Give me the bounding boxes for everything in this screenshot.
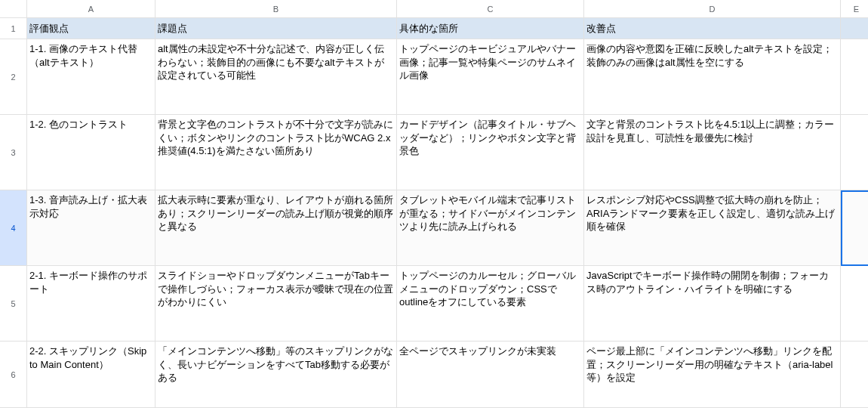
cell-text: タブレットやモバイル端末で記事リストが重なる；サイドバーがメインコンテンツより先… <box>399 193 580 233</box>
cell-text: トップページのカルーセル；グローバルメニューのドロップダウン；CSSでoutli… <box>399 269 580 309</box>
row-header-4[interactable]: 4 <box>0 190 27 266</box>
cell-text: 画像の内容や意図を正確に反映したaltテキストを設定；装飾のみの画像はalt属性… <box>586 42 837 69</box>
cell-text: 「メインコンテンツへ移動」等のスキップリンクがなく、長いナビゲーションをすべてT… <box>158 345 393 385</box>
cell-D5[interactable]: JavaScriptでキーボード操作時の開閉を制御；フォーカス時のアウトライン・… <box>584 266 841 342</box>
cell-D3[interactable]: 文字と背景のコントラスト比を4.5:1以上に調整；カラー設計を見直し、可読性を最… <box>584 115 841 190</box>
cell-D4[interactable]: レスポンシブ対応やCSS調整で拡大時の崩れを防止；ARIAランドマーク要素を正し… <box>584 190 841 266</box>
cell-text: JavaScriptでキーボード操作時の開閉を制御；フォーカス時のアウトライン・… <box>586 269 837 295</box>
cell-text: カードデザイン（記事タイトル・サブヘッダーなど）；リンクやボタン文字と背景色 <box>399 118 580 158</box>
cell-B2[interactable]: alt属性の未設定や不十分な記述で、内容が正しく伝わらない；装飾目的の画像にも不… <box>155 39 397 115</box>
cell-text: 1-2. 色のコントラスト <box>29 118 128 131</box>
cell-E1[interactable] <box>841 18 868 39</box>
cell-E4[interactable] <box>841 190 868 266</box>
cell-text: 全ページでスキップリンクが未実装 <box>399 345 556 358</box>
row-header-3[interactable]: 3 <box>0 115 27 190</box>
cell-D2[interactable]: 画像の内容や意図を正確に反映したaltテキストを設定；装飾のみの画像はalt属性… <box>584 39 841 115</box>
cell-B4[interactable]: 拡大表示時に要素が重なり、レイアウトが崩れる箇所あり；スクリーンリーダーの読み上… <box>155 190 397 266</box>
cell-text: スライドショーやドロップダウンメニューがTabキーで操作しづらい；フォーカス表示… <box>158 269 393 309</box>
cell-C4[interactable]: タブレットやモバイル端末で記事リストが重なる；サイドバーがメインコンテンツより先… <box>397 190 584 266</box>
cell-C3[interactable]: カードデザイン（記事タイトル・サブヘッダーなど）；リンクやボタン文字と背景色 <box>397 115 584 190</box>
cell-E2[interactable] <box>841 39 868 115</box>
col-header-C[interactable]: C <box>397 0 584 18</box>
cell-A1[interactable]: 評価観点 <box>27 18 155 39</box>
cell-text: トップページのキービジュアルやバナー画像；記事一覧や特集ページのサムネイル画像 <box>399 42 580 82</box>
col-header-D[interactable]: D <box>584 0 841 18</box>
cell-C6[interactable]: 全ページでスキップリンクが未実装 <box>397 342 584 408</box>
cell-text: alt属性の未設定や不十分な記述で、内容が正しく伝わらない；装飾目的の画像にも不… <box>158 42 393 82</box>
cell-text: 具体的な箇所 <box>399 22 458 36</box>
col-header-B[interactable]: B <box>155 0 397 18</box>
cell-C5[interactable]: トップページのカルーセル；グローバルメニューのドロップダウン；CSSでoutli… <box>397 266 584 342</box>
cell-text: 1-3. 音声読み上げ・拡大表示対応 <box>29 193 152 220</box>
row-header-6[interactable]: 6 <box>0 342 27 408</box>
cell-D1[interactable]: 改善点 <box>584 18 841 39</box>
cell-D6[interactable]: ページ最上部に「メインコンテンツへ移動」リンクを配置；スクリーンリーダー用の明確… <box>584 342 841 408</box>
cell-text: 改善点 <box>586 22 616 36</box>
cell-C1[interactable]: 具体的な箇所 <box>397 18 584 39</box>
cell-A6[interactable]: 2-2. スキップリンク（Skip to Main Content） <box>27 342 155 408</box>
cell-text: 2-2. スキップリンク（Skip to Main Content） <box>29 345 152 371</box>
cell-text: 背景と文字色のコントラストが不十分で文字が読みにくい；ボタンやリンクのコントラス… <box>158 118 393 158</box>
select-all-corner[interactable] <box>0 0 27 18</box>
cell-text: 拡大表示時に要素が重なり、レイアウトが崩れる箇所あり；スクリーンリーダーの読み上… <box>158 193 393 233</box>
cell-B5[interactable]: スライドショーやドロップダウンメニューがTabキーで操作しづらい；フォーカス表示… <box>155 266 397 342</box>
col-header-A[interactable]: A <box>27 0 155 18</box>
cell-B6[interactable]: 「メインコンテンツへ移動」等のスキップリンクがなく、長いナビゲーションをすべてT… <box>155 342 397 408</box>
cell-text: レスポンシブ対応やCSS調整で拡大時の崩れを防止；ARIAランドマーク要素を正し… <box>586 193 837 233</box>
cell-A3[interactable]: 1-2. 色のコントラスト <box>27 115 155 190</box>
cell-text: ページ最上部に「メインコンテンツへ移動」リンクを配置；スクリーンリーダー用の明確… <box>586 345 837 385</box>
cell-A2[interactable]: 1-1. 画像のテキスト代替（altテキスト） <box>27 39 155 115</box>
spreadsheet-grid: A B C D E 1 評価観点 課題点 具体的な箇所 改善点 2 1-1. 画… <box>0 0 868 408</box>
row-header-5[interactable]: 5 <box>0 266 27 342</box>
cell-E3[interactable] <box>841 115 868 190</box>
cell-text: 2-1. キーボード操作のサポート <box>29 269 152 295</box>
cell-E5[interactable] <box>841 266 868 342</box>
cell-A5[interactable]: 2-1. キーボード操作のサポート <box>27 266 155 342</box>
cell-E6[interactable] <box>841 342 868 408</box>
cell-B3[interactable]: 背景と文字色のコントラストが不十分で文字が読みにくい；ボタンやリンクのコントラス… <box>155 115 397 190</box>
cell-C2[interactable]: トップページのキービジュアルやバナー画像；記事一覧や特集ページのサムネイル画像 <box>397 39 584 115</box>
cell-text: 課題点 <box>158 22 187 36</box>
col-header-E[interactable]: E <box>841 0 868 18</box>
cell-text: 文字と背景のコントラスト比を4.5:1以上に調整；カラー設計を見直し、可読性を最… <box>586 118 837 144</box>
cell-A4[interactable]: 1-3. 音声読み上げ・拡大表示対応 <box>27 190 155 266</box>
cell-text: 1-1. 画像のテキスト代替（altテキスト） <box>29 42 152 69</box>
row-header-2[interactable]: 2 <box>0 39 27 115</box>
cell-B1[interactable]: 課題点 <box>155 18 397 39</box>
row-header-1[interactable]: 1 <box>0 18 27 39</box>
cell-text: 評価観点 <box>29 22 69 36</box>
